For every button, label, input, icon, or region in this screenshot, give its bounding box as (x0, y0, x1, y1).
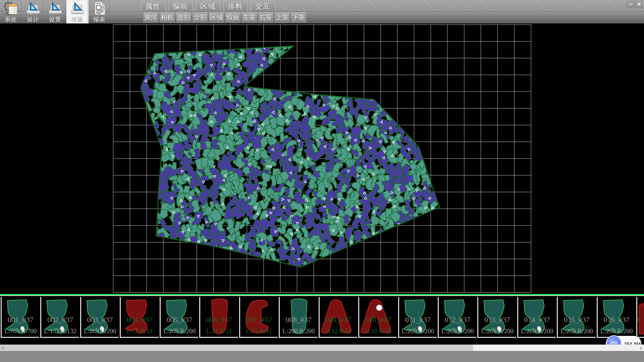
piece-thumbnail-010_#37[interactable]: 010_#37L:33 R:33 (358, 297, 397, 338)
piece-thumbnail-001_#37[interactable]: 001_#37L:700 R:700 (1, 297, 39, 338)
minimize-button[interactable]: – (627, 1, 634, 8)
thumbnail-lr-label: L:31 R:31 (121, 327, 158, 335)
thumbnail-lr-label: L:200 R:200 (280, 327, 317, 335)
menu-tab-3[interactable]: 区域 (196, 1, 220, 11)
ruler-triangle-icon (70, 1, 85, 16)
scroll-left-button[interactable]: ‹ (0, 345, 6, 351)
action-button-1[interactable]: 聚排 (143, 12, 158, 22)
thumbnail-lr-label: L:31 R:31 (240, 327, 278, 335)
thumbnail-name: 001_#37 (2, 315, 39, 324)
report-doc-icon (92, 1, 107, 16)
toolbar-button-label: 设计 (27, 16, 39, 23)
thumbnail-name: 009_#37 (320, 315, 357, 324)
toolbar-button-label: 排版 (71, 16, 84, 23)
titlebar-texture (278, 0, 644, 11)
menu-tab-5[interactable]: 交互 (251, 1, 275, 11)
thumbnail-name: 010_#37 (359, 315, 397, 324)
thumbnail-name: 007_#37 (240, 315, 278, 324)
thumbnail-name: 011_#37 (399, 315, 437, 324)
thumbnail-lr-label: L:200 R:200 (161, 327, 198, 335)
piece-thumbnail-009_#37[interactable]: 009_#37L:32 R:31 (319, 297, 357, 338)
thumbnail-lr-label: L:132 R:132 (41, 327, 79, 335)
thumbnail-lr-label: L:21 R:21 (200, 327, 238, 335)
action-button-10[interactable]: 下靠 (291, 12, 306, 22)
thumbnail-lr-label: L:32 R:31 (320, 327, 357, 335)
piece-thumbnail-011_#37[interactable]: 011_#37L:200 R:200 (398, 297, 437, 338)
piece-thumbnail-004_#37[interactable]: 004_#37L:31 R:31 (120, 297, 158, 338)
thumbnail-name: 016_#37 (598, 315, 635, 324)
action-button-8[interactable]: 右靠 (258, 12, 273, 22)
toolbar-button-label: 报表 (94, 16, 106, 23)
piece-thumbnail-017[interactable]: 0 (636, 297, 644, 338)
thumbnail-lr-label: L:200 R:200 (81, 327, 119, 335)
thumbnail-name: 014_#37 (518, 315, 556, 324)
thumbnail-lr-label: L:700 R:700 (2, 327, 39, 335)
thumbnail-name: 006_#37 (200, 315, 238, 324)
thumbnail-name: 002_#37 (41, 315, 79, 324)
gear-doc-icon (4, 1, 18, 16)
action-button-3[interactable]: 选割 (176, 12, 191, 22)
toolbar-button-4[interactable]: 排版 (66, 0, 89, 23)
thumbnail-lr-label: L:200 R:200 (439, 327, 476, 335)
toolbar-button-2[interactable]: 设计 (22, 0, 44, 23)
status-footer (0, 351, 644, 362)
piece-thumbnail-003_#37[interactable]: 003_#37L:200 R:200 (80, 297, 119, 338)
menu-tab-2[interactable]: 编辑 (168, 1, 193, 11)
piece-thumbnail-008_#37[interactable]: 008_#37L:200 R:200 (279, 297, 317, 338)
window-controls: – × (627, 1, 643, 8)
thumbnail-name: 008_#37 (280, 315, 317, 324)
menu-tab-1[interactable]: 属性 (141, 1, 165, 11)
piece-thumbnail-014_#37[interactable]: 014_#37L:200 R:200 (517, 297, 556, 338)
thumbnail-name: 015_#37 (558, 315, 595, 324)
nested-pieces-drawing (0, 23, 644, 294)
thumbnail-name: 0 (637, 315, 644, 324)
close-button[interactable]: × (635, 1, 643, 8)
thumbnail-lr-label: L:200 R:200 (558, 327, 595, 335)
application-window: 系统设计设置排版报表 属性编辑区域排料交互 聚排相机选割全割区域瑕疵左靠右靠上靠… (0, 0, 644, 362)
toolbar-button-1[interactable]: 系统 (0, 0, 22, 23)
thumbnail-name: 013_#37 (478, 315, 516, 324)
piece-thumbnail-006_#37[interactable]: 006_#37L:21 R:21 (199, 297, 238, 338)
toolbar-button-label: 设置 (49, 16, 61, 23)
piece-thumbnail-012_#37[interactable]: 012_#37L:200 R:200 (438, 297, 476, 338)
scroll-right-button[interactable]: › (638, 345, 644, 351)
action-button-7[interactable]: 左靠 (242, 12, 257, 22)
action-button-2[interactable]: 相机 (160, 12, 175, 22)
toolbar-button-5[interactable]: 报表 (89, 0, 111, 23)
thumbnail-name: 005_#37 (161, 315, 198, 324)
action-button-bar: 聚排相机选割全割区域瑕疵左靠右靠上靠下靠 (143, 12, 306, 22)
thumbnail-name: 012_#37 (439, 315, 476, 324)
thumbnail-lr-label: L:33 R:33 (359, 327, 397, 335)
toolbar-button-label: 系统 (5, 16, 17, 23)
thumbnail-name: 003_#37 (81, 315, 119, 324)
menu-tab-4[interactable]: 排料 (223, 1, 248, 11)
titlebar: 系统设计设置排版报表 属性编辑区域排料交互 聚排相机选割全割区域瑕疵左靠右靠上靠… (0, 0, 644, 23)
scrollbar-thumb[interactable] (6, 345, 473, 351)
action-button-5[interactable]: 区域 (209, 12, 224, 22)
nested-pieces-group (133, 39, 447, 274)
action-button-6[interactable]: 瑕疵 (225, 12, 240, 22)
horizontal-scrollbar[interactable]: ‹ › (0, 345, 644, 351)
piece-thumbnail-002_#37[interactable]: 002_#37L:132 R:132 (40, 297, 79, 338)
main-toolbar: 系统设计设置排版报表 (0, 0, 111, 23)
piece-thumbnail-015_#37[interactable]: 015_#37L:200 R:200 (557, 297, 595, 338)
piece-thumbnail-005_#37[interactable]: 005_#37L:200 R:200 (160, 297, 198, 338)
action-button-9[interactable]: 上靠 (275, 12, 290, 22)
piece-thumbnail-007_#37[interactable]: 007_#37L:31 R:31 (239, 297, 278, 338)
ruler-triangle-icon (26, 1, 41, 16)
piece-thumbnail-strip: 001_#37L:700 R:700002_#37L:132 R:132003_… (0, 295, 644, 338)
menu-tab-bar: 属性编辑区域排料交互 (141, 1, 275, 11)
thumbnail-lr-label: L:200 R:200 (399, 327, 437, 335)
toolbar-button-3[interactable]: 设置 (44, 0, 66, 23)
action-button-4[interactable]: 全割 (193, 12, 208, 22)
piece-thumbnail-016_#37[interactable]: 016_#37L:200 R:200 (597, 297, 635, 338)
thumbnail-lr-label: L:200 R:200 (598, 327, 635, 335)
ruler-triangle-icon (48, 1, 63, 16)
piece-thumbnail-013_#37[interactable]: 013_#37L:200 R:200 (477, 297, 516, 338)
nesting-canvas[interactable] (0, 23, 644, 294)
thumbnail-lr-label: L:200 R:200 (518, 327, 556, 335)
thumbnail-lr-label: L:200 R:200 (478, 327, 516, 335)
thumbnail-name: 004_#37 (121, 315, 158, 324)
